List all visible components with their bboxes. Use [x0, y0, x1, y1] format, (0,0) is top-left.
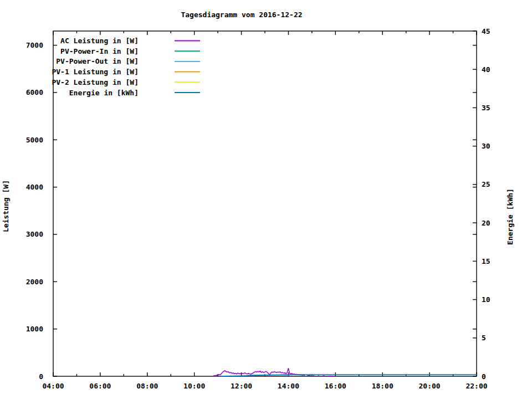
- y-tick-label: 4000: [26, 183, 43, 191]
- y-tick-label: 5000: [26, 136, 43, 144]
- x-tick-label: 16:00: [325, 382, 346, 390]
- x-tick-label: 20:00: [419, 382, 441, 390]
- y2-tick-label: 30: [482, 142, 490, 150]
- y-tick-label: 1000: [26, 325, 43, 333]
- y-axis-label: Leistung [W]: [2, 180, 10, 232]
- y2-tick-label: 35: [482, 104, 490, 112]
- tagesdiagramm-chart: 04:0006:0008:0010:0012:0014:0016:0018:00…: [0, 0, 532, 399]
- x-tick-label: 08:00: [136, 382, 158, 390]
- legend-label: PV-Power-Out in [W]: [56, 57, 139, 65]
- x-tick-label: 12:00: [231, 382, 252, 390]
- x-tick-label: 04:00: [42, 382, 64, 390]
- legend-label: AC Leistung in [W]: [60, 37, 139, 45]
- y2-axis-label: Energie [kWh]: [506, 188, 514, 245]
- legend: AC Leistung in [W]PV-Power-In in [W]PV-P…: [52, 37, 200, 97]
- chart-page: 04:0006:0008:0010:0012:0014:0016:0018:00…: [0, 0, 532, 399]
- y2-tick-label: 20: [482, 219, 490, 227]
- y-tick-label: 6000: [26, 88, 43, 96]
- y-tick-label: 3000: [26, 230, 43, 238]
- chart-title: Tagesdiagramm vom 2016-12-22: [181, 11, 302, 19]
- y2-tick-label: 45: [482, 27, 490, 35]
- legend-label: PV-1 Leistung in [W]: [52, 68, 139, 76]
- legend-label: PV-2 Leistung in [W]: [52, 78, 139, 86]
- y-tick-label: 2000: [26, 278, 43, 286]
- x-tick-label: 06:00: [89, 382, 111, 390]
- y-tick-label: 7000: [26, 41, 43, 49]
- legend-label: Energie in [kWh]: [69, 89, 139, 97]
- x-tick-label: 22:00: [466, 382, 487, 390]
- x-tick-label: 10:00: [183, 382, 205, 390]
- y2-tick-label: 10: [482, 295, 490, 304]
- y2-tick-label: 40: [482, 65, 490, 74]
- y2-tick-label: 5: [482, 334, 486, 342]
- legend-label: PV-Power-In in [W]: [60, 47, 139, 55]
- y-tick-label: 0: [39, 372, 43, 381]
- y2-tick-label: 15: [482, 257, 490, 265]
- x-tick-label: 14:00: [278, 382, 299, 390]
- series-group: [213, 369, 477, 376]
- y2-tick-label: 25: [482, 180, 490, 188]
- y2-tick-label: 0: [482, 372, 486, 381]
- x-tick-label: 18:00: [372, 382, 393, 390]
